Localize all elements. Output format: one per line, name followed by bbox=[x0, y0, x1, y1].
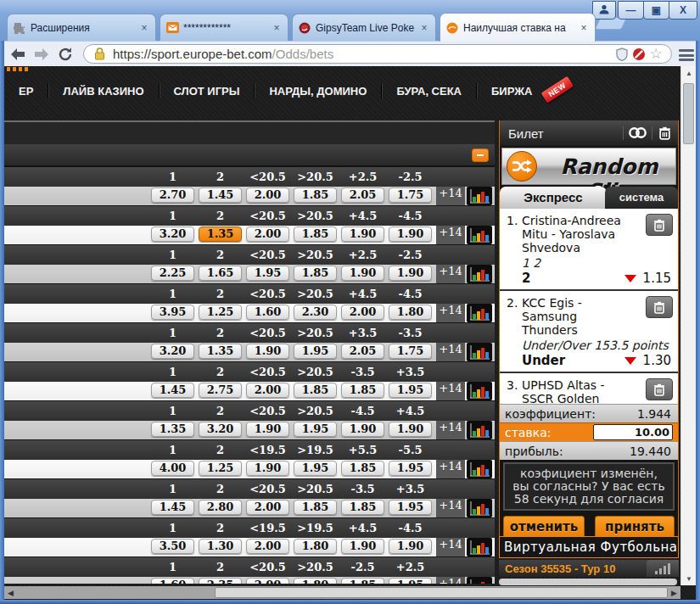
horizontal-scrollbar-thumb[interactable] bbox=[215, 587, 668, 598]
nav-item-6[interactable]: БИРЖА bbox=[477, 85, 546, 98]
nav-item-3[interactable]: СЛОТ ИГРЫ bbox=[160, 85, 255, 98]
minimize-button[interactable]: — bbox=[618, 1, 644, 20]
close-icon[interactable]: × bbox=[578, 22, 590, 34]
odds-button[interactable]: 1.25 bbox=[199, 461, 242, 476]
odds-button[interactable]: 2.00 bbox=[246, 383, 289, 398]
close-window-button[interactable]: X bbox=[669, 1, 697, 20]
more-odds-button[interactable]: +14 bbox=[436, 304, 465, 322]
odds-button[interactable]: 2.00 bbox=[341, 305, 384, 320]
scroll-up-icon[interactable]: ▲ bbox=[681, 66, 697, 80]
circles-icon[interactable] bbox=[628, 126, 647, 143]
stats-chart-icon[interactable] bbox=[467, 304, 492, 322]
padlock-warning-icon[interactable] bbox=[91, 48, 108, 60]
user-profile-button[interactable] bbox=[592, 1, 616, 20]
odds-button[interactable]: 3.50 bbox=[151, 539, 194, 554]
odds-button[interactable]: 1.35 bbox=[151, 422, 194, 437]
odds-button[interactable]: 2.00 bbox=[246, 187, 289, 203]
odds-button[interactable]: 2.05 bbox=[341, 344, 384, 359]
maximize-button[interactable]: ▣ bbox=[643, 1, 669, 20]
more-odds-button[interactable]: +14 bbox=[436, 499, 465, 517]
odds-button[interactable]: 2.80 bbox=[199, 500, 242, 515]
odds-button[interactable]: 1.85 bbox=[294, 226, 337, 242]
remove-bet-button[interactable] bbox=[646, 296, 673, 318]
close-icon[interactable]: × bbox=[138, 22, 150, 34]
adblock-icon[interactable] bbox=[630, 48, 647, 61]
cancel-button[interactable]: отменить bbox=[503, 516, 585, 539]
bar-chart-icon[interactable] bbox=[647, 560, 679, 577]
odds-button[interactable]: 1.80 bbox=[294, 539, 337, 554]
stake-input[interactable] bbox=[593, 424, 673, 440]
odds-button[interactable]: 1.35 bbox=[199, 226, 242, 242]
tab-gipsyteam[interactable]: GipsyTeam Live Poker F × bbox=[292, 14, 436, 41]
odds-button[interactable]: 2.70 bbox=[151, 187, 194, 203]
odds-button[interactable]: 1.95 bbox=[389, 383, 432, 398]
stats-chart-icon[interactable] bbox=[467, 421, 492, 439]
odds-button[interactable]: 1.85 bbox=[294, 383, 337, 398]
odds-button[interactable]: 2.75 bbox=[199, 383, 242, 398]
odds-button[interactable]: 1.95 bbox=[246, 266, 289, 281]
nav-item-1[interactable]: ЕР bbox=[4, 85, 48, 98]
remove-bet-button[interactable] bbox=[646, 378, 673, 400]
reload-button[interactable] bbox=[56, 47, 75, 62]
close-icon[interactable]: × bbox=[271, 22, 283, 34]
odds-button[interactable]: 1.80 bbox=[294, 578, 337, 584]
vertical-scrollbar[interactable]: ▲ ▼ bbox=[680, 66, 696, 585]
more-odds-button[interactable]: +14 bbox=[436, 187, 465, 205]
odds-button[interactable]: 2.00 bbox=[246, 578, 289, 584]
odds-button[interactable]: 3.95 bbox=[151, 305, 194, 320]
odds-button[interactable]: 3.20 bbox=[199, 422, 242, 437]
odds-button[interactable]: 1.45 bbox=[151, 383, 194, 398]
odds-button[interactable]: 3.20 bbox=[151, 344, 194, 359]
scroll-left-icon[interactable]: ◀ bbox=[4, 586, 17, 599]
stats-chart-icon[interactable] bbox=[467, 538, 492, 556]
stats-chart-icon[interactable] bbox=[467, 460, 492, 478]
odds-button[interactable]: 2.00 bbox=[246, 500, 289, 515]
odds-button[interactable]: 1.85 bbox=[341, 383, 384, 398]
odds-button[interactable]: 1.65 bbox=[199, 266, 242, 281]
odds-button[interactable]: 1.85 bbox=[341, 461, 384, 476]
more-odds-button[interactable]: +14 bbox=[436, 538, 465, 556]
odds-button[interactable]: 1.30 bbox=[199, 539, 242, 554]
tab-extensions[interactable]: Расширения × bbox=[7, 14, 156, 41]
odds-button[interactable]: 2.05 bbox=[341, 187, 384, 203]
address-bar[interactable]: https://sport.europe-bet.com/Odds/bets ☆ bbox=[83, 44, 672, 64]
odds-button[interactable]: 1.95 bbox=[389, 500, 432, 515]
odds-button[interactable]: 1.45 bbox=[199, 187, 242, 203]
more-odds-button[interactable]: +14 bbox=[436, 382, 465, 400]
scroll-down-icon[interactable]: ▼ bbox=[681, 572, 697, 585]
odds-button[interactable]: 1.85 bbox=[341, 500, 384, 515]
horizontal-scrollbar[interactable]: ◀ ▶ bbox=[4, 586, 680, 599]
odds-button[interactable]: 1.80 bbox=[389, 305, 432, 320]
odds-button[interactable]: 1.85 bbox=[341, 578, 384, 584]
odds-button[interactable]: 1.90 bbox=[341, 266, 384, 281]
odds-button[interactable]: 1.85 bbox=[294, 187, 337, 203]
stats-chart-icon[interactable] bbox=[467, 577, 492, 584]
odds-button[interactable]: 1.90 bbox=[389, 226, 432, 242]
odds-button[interactable]: 1.90 bbox=[341, 539, 384, 554]
odds-button[interactable]: 1.95 bbox=[294, 461, 337, 476]
odds-button[interactable]: 1.95 bbox=[294, 422, 337, 437]
trash-icon[interactable] bbox=[658, 126, 671, 143]
stats-chart-icon[interactable] bbox=[467, 343, 492, 361]
more-odds-button[interactable]: +14 bbox=[436, 460, 465, 478]
shield-icon[interactable] bbox=[613, 48, 630, 61]
stats-chart-icon[interactable] bbox=[467, 382, 492, 400]
tab-system[interactable]: система bbox=[605, 187, 678, 209]
stats-chart-icon[interactable] bbox=[467, 187, 492, 205]
odds-button[interactable]: 1.35 bbox=[199, 344, 242, 359]
odds-button[interactable]: 2.00 bbox=[246, 539, 289, 554]
remove-bet-button[interactable] bbox=[646, 214, 673, 236]
odds-button[interactable]: 1.90 bbox=[389, 539, 432, 554]
odds-button[interactable]: 2.35 bbox=[199, 578, 242, 584]
odds-button[interactable]: 1.90 bbox=[246, 461, 289, 476]
star-icon[interactable]: ☆ bbox=[647, 45, 664, 63]
odds-button[interactable]: 2.00 bbox=[246, 226, 289, 242]
back-button[interactable] bbox=[8, 47, 27, 62]
more-odds-button[interactable]: +14 bbox=[436, 577, 465, 584]
tab-europebet-active[interactable]: Наилучшая ставка на × bbox=[440, 13, 596, 42]
nav-item-4[interactable]: НАРДЫ, ДОМИНО bbox=[255, 85, 381, 98]
panel-scrollbar-thumb[interactable] bbox=[499, 579, 677, 585]
stats-chart-icon[interactable] bbox=[467, 226, 492, 244]
vertical-scrollbar-thumb[interactable] bbox=[683, 83, 694, 144]
odds-button[interactable]: 1.90 bbox=[341, 226, 384, 242]
